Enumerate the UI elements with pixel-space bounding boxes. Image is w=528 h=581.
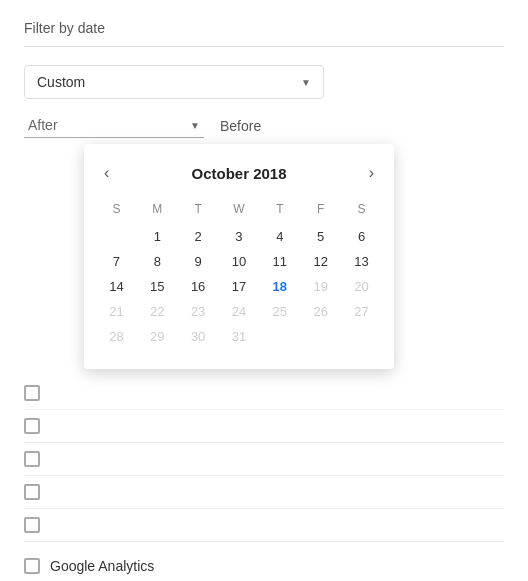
list-item: [24, 509, 504, 542]
weekday-tue: T: [178, 198, 219, 224]
calendar-header: ‹ October 2018 ›: [96, 160, 382, 186]
next-month-button[interactable]: ›: [361, 160, 382, 186]
calendar-day[interactable]: 3: [219, 224, 260, 249]
calendar-popup: ‹ October 2018 › S M T W T F S 123456789…: [84, 144, 394, 369]
calendar-day[interactable]: 7: [96, 249, 137, 274]
calendar-grid: S M T W T F S 12345678910111213141516171…: [96, 198, 382, 349]
calendar-day[interactable]: 15: [137, 274, 178, 299]
row-checkbox[interactable]: [24, 385, 40, 401]
list-item: [24, 377, 504, 410]
calendar-day: [96, 224, 137, 249]
calendar-day[interactable]: 9: [178, 249, 219, 274]
list-item: [24, 410, 504, 443]
calendar-day[interactable]: 1: [137, 224, 178, 249]
custom-dropdown[interactable]: Custom ▼: [24, 65, 324, 99]
calendar-day[interactable]: 12: [300, 249, 341, 274]
prev-month-button[interactable]: ‹: [96, 160, 117, 186]
calendar-day[interactable]: 11: [259, 249, 300, 274]
calendar-weekdays-row: S M T W T F S: [96, 198, 382, 224]
weekday-fri: F: [300, 198, 341, 224]
calendar-day[interactable]: 8: [137, 249, 178, 274]
page-container: Filter by date Custom ▼ After ▼ Before ‹…: [0, 0, 528, 581]
google-analytics-row: Google Analytics: [24, 558, 504, 574]
weekday-mon: M: [137, 198, 178, 224]
calendar-day[interactable]: 31: [219, 324, 260, 349]
calendar-body: 1234567891011121314151617181920212223242…: [96, 224, 382, 349]
calendar-day: [300, 324, 341, 349]
google-analytics-checkbox[interactable]: [24, 558, 40, 574]
row-checkbox[interactable]: [24, 517, 40, 533]
calendar-week-row: 14151617181920: [96, 274, 382, 299]
calendar-day[interactable]: 13: [341, 249, 382, 274]
calendar-day[interactable]: 16: [178, 274, 219, 299]
google-analytics-label: Google Analytics: [50, 558, 154, 574]
calendar-day[interactable]: 24: [219, 299, 260, 324]
calendar-day: [341, 324, 382, 349]
calendar-day[interactable]: 18: [259, 274, 300, 299]
calendar-day: [259, 324, 300, 349]
calendar-day[interactable]: 4: [259, 224, 300, 249]
calendar-day[interactable]: 27: [341, 299, 382, 324]
after-label: After: [28, 117, 58, 133]
dropdown-row: Custom ▼: [24, 65, 504, 99]
calendar-day[interactable]: 21: [96, 299, 137, 324]
calendar-day[interactable]: 6: [341, 224, 382, 249]
row-checkbox[interactable]: [24, 484, 40, 500]
row-checkbox[interactable]: [24, 451, 40, 467]
list-item: [24, 476, 504, 509]
calendar-day[interactable]: 25: [259, 299, 300, 324]
filter-title: Filter by date: [24, 20, 504, 47]
list-item: [24, 443, 504, 476]
calendar-day[interactable]: 10: [219, 249, 260, 274]
after-dropdown-arrow-icon: ▼: [190, 120, 200, 131]
calendar-day[interactable]: 20: [341, 274, 382, 299]
calendar-day[interactable]: 30: [178, 324, 219, 349]
calendar-day[interactable]: 17: [219, 274, 260, 299]
calendar-day[interactable]: 19: [300, 274, 341, 299]
rows-section: [24, 377, 504, 542]
calendar-day[interactable]: 29: [137, 324, 178, 349]
calendar-day[interactable]: 14: [96, 274, 137, 299]
after-date-input[interactable]: After ▼: [24, 113, 204, 138]
calendar-day[interactable]: 28: [96, 324, 137, 349]
dropdown-arrow-icon: ▼: [301, 77, 311, 88]
calendar-week-row: 28293031: [96, 324, 382, 349]
weekday-thu: T: [259, 198, 300, 224]
calendar-day[interactable]: 26: [300, 299, 341, 324]
calendar-week-row: 21222324252627: [96, 299, 382, 324]
calendar-day[interactable]: 22: [137, 299, 178, 324]
date-range-row: After ▼ Before: [24, 113, 504, 138]
calendar-week-row: 123456: [96, 224, 382, 249]
calendar-month-title: October 2018: [191, 165, 286, 182]
before-label: Before: [220, 118, 261, 134]
dropdown-label: Custom: [37, 74, 85, 90]
weekday-sun: S: [96, 198, 137, 224]
calendar-week-row: 78910111213: [96, 249, 382, 274]
calendar-day[interactable]: 2: [178, 224, 219, 249]
calendar-day[interactable]: 5: [300, 224, 341, 249]
calendar-day[interactable]: 23: [178, 299, 219, 324]
filter-title-text: Filter by date: [24, 20, 105, 36]
weekday-sat: S: [341, 198, 382, 224]
row-checkbox[interactable]: [24, 418, 40, 434]
weekday-wed: W: [219, 198, 260, 224]
